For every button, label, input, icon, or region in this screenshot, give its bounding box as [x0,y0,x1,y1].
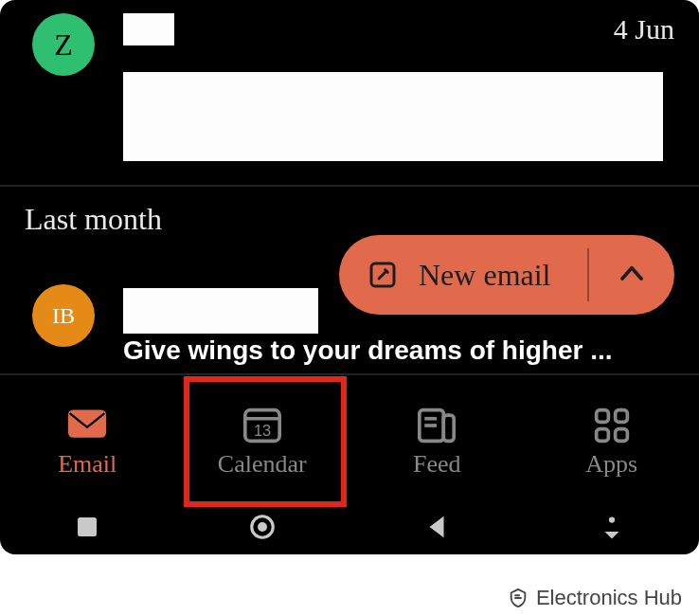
home-icon[interactable] [248,513,277,541]
nav-label: Feed [413,450,461,479]
email-row[interactable]: Z Z 4 Jun [0,0,699,187]
nav-label: Email [58,450,116,479]
redaction-block [123,72,663,161]
drawer-icon[interactable] [598,513,626,541]
svg-point-15 [258,522,267,532]
apps-icon [591,407,633,444]
email-date: 4 Jun [614,13,674,45]
email-subject: Give wings to your dreams of higher ... [123,335,684,366]
android-system-bar [0,499,699,554]
nav-email[interactable]: Email [0,386,175,499]
svg-rect-12 [615,429,627,442]
nav-feed[interactable]: Feed [350,386,525,499]
chevron-up-icon[interactable] [618,260,646,288]
svg-rect-13 [78,517,97,536]
svg-rect-9 [596,410,608,423]
watermark: Electronics Hub [508,586,682,610]
redaction-block [123,13,174,45]
feed-icon [416,407,457,444]
svg-rect-6 [444,415,455,441]
svg-rect-11 [596,429,608,442]
section-header-last-month: Last month [0,187,699,241]
redaction-block [123,288,318,334]
new-email-label: New email [419,258,551,293]
email-icon [66,407,108,444]
tutorial-highlight-box [184,376,347,507]
sender-avatar: IB [32,284,95,347]
logo-icon [508,588,529,608]
recents-icon[interactable] [73,513,101,541]
svg-point-16 [609,516,615,522]
back-icon[interactable] [422,513,451,541]
sender-avatar: Z [32,13,95,76]
bottom-nav: Email 13 Calendar Feed [0,386,699,499]
nav-label: Apps [585,450,637,479]
svg-rect-1 [68,410,106,438]
watermark-text: Electronics Hub [536,586,682,610]
compose-icon [367,260,398,290]
svg-rect-10 [615,410,627,423]
divider [587,248,589,301]
nav-apps[interactable]: Apps [525,386,700,499]
new-email-button[interactable]: New email [339,235,674,315]
